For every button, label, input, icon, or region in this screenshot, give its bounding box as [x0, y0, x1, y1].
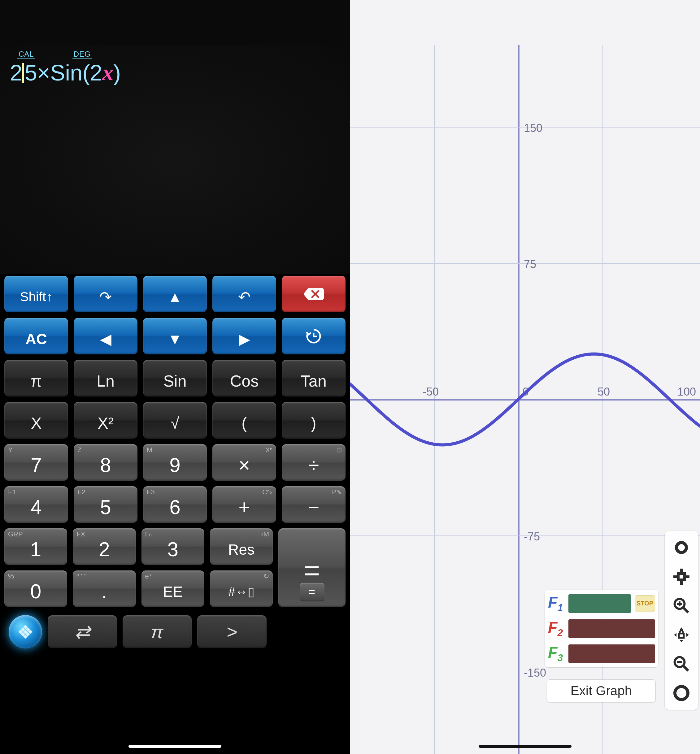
expr-digit: 2: [10, 60, 22, 86]
expr-digit: 5: [25, 60, 37, 86]
cursor-left-button[interactable]: ◀: [74, 318, 138, 354]
pi-button[interactable]: π: [4, 360, 68, 397]
equals-button[interactable]: = =: [278, 528, 345, 607]
svg-rect-12: [679, 634, 684, 638]
zoom-out-button[interactable]: [670, 653, 692, 675]
expression-text: 2 5 × Sin ( 2 x ): [10, 60, 340, 86]
grid-icon: [19, 625, 32, 638]
x-var-button[interactable]: X: [4, 402, 68, 439]
function-panel: F1 STOP F2 F3: [545, 590, 658, 667]
trace-button[interactable]: [670, 536, 692, 559]
delete-button[interactable]: [282, 276, 345, 312]
x-squared-button[interactable]: X²: [74, 402, 138, 439]
graph-canvas[interactable]: 150 75 -75 -150 -50 0 50 100: [350, 45, 700, 754]
graph-pane: 150 75 -75 -150 -50 0 50 100: [350, 0, 700, 754]
back-button[interactable]: [670, 682, 692, 704]
ln-button[interactable]: Ln: [74, 360, 138, 397]
menu-orb-button[interactable]: [9, 615, 42, 648]
function-label-f1: F1: [548, 593, 565, 614]
rparen-button[interactable]: ): [282, 402, 345, 439]
plus-button[interactable]: Cⁿₖ+: [212, 486, 276, 523]
four-button[interactable]: F14: [4, 486, 68, 523]
function-row-f2[interactable]: F2: [548, 618, 655, 638]
function-row-f3[interactable]: F3: [548, 643, 655, 663]
six-button[interactable]: F36: [143, 486, 207, 523]
all-clear-button[interactable]: AC: [4, 318, 68, 354]
expr-variable-x: x: [102, 60, 113, 86]
function-row-f1[interactable]: F1 STOP: [548, 593, 655, 614]
text-cursor: [22, 63, 24, 83]
history-icon: [305, 328, 322, 345]
format-button[interactable]: ↻#↔▯: [210, 570, 273, 607]
sqrt-button[interactable]: √: [143, 402, 207, 439]
exit-graph-button[interactable]: Exit Graph: [547, 679, 656, 702]
expr-func-sin: Sin: [50, 60, 82, 86]
decimal-button[interactable]: º ' ".: [73, 570, 136, 607]
function-label-f3: F3: [548, 643, 565, 663]
calculator-pane: CAL DEG 2 5 × Sin ( 2 x ) Shift↑ ↷ ▲ ↶: [0, 0, 350, 754]
function-swatch-f1[interactable]: [569, 594, 631, 613]
swap-button[interactable]: ⇄: [48, 615, 117, 648]
zoom-in-button[interactable]: [670, 595, 692, 617]
result-button[interactable]: ›MRes: [210, 528, 273, 565]
cursor-up-button[interactable]: ▲: [143, 276, 207, 312]
stop-badge[interactable]: STOP: [635, 595, 655, 612]
circle-icon: [673, 540, 689, 556]
equals-alt-button[interactable]: =: [300, 583, 325, 601]
three-button[interactable]: Γ₀3: [142, 528, 204, 565]
two-button[interactable]: FX2: [73, 528, 136, 565]
expr-rparen: ): [113, 60, 121, 86]
cursor-right-button[interactable]: ▶: [212, 318, 276, 354]
backspace-icon: [303, 287, 325, 301]
cursor-down-button[interactable]: ▼: [143, 318, 207, 354]
multiply-button[interactable]: Xⁿ×: [212, 444, 276, 481]
redo-button[interactable]: ↷: [74, 276, 138, 312]
cos-button[interactable]: Cos: [212, 360, 276, 397]
mode-deg: DEG: [72, 50, 92, 59]
svg-rect-10: [678, 574, 684, 580]
minus-button[interactable]: Pⁿₖ−: [282, 486, 345, 523]
home-indicator: [128, 745, 221, 748]
bottom-bar: ⇄ π >: [4, 612, 345, 652]
seven-button[interactable]: Y7: [4, 444, 68, 481]
undo-button[interactable]: ↶: [212, 276, 276, 312]
home-indicator: [479, 745, 572, 748]
one-button[interactable]: GRP1: [4, 528, 67, 565]
keypad: Shift↑ ↷ ▲ ↶ AC ◀ ▼ ▶: [0, 274, 350, 754]
lock-pan-button[interactable]: [670, 624, 692, 646]
expr-digit: 2: [90, 60, 102, 86]
back-arrow-icon: [673, 685, 690, 701]
expr-op-multiply: ×: [37, 60, 50, 86]
tan-button[interactable]: Tan: [282, 360, 345, 397]
function-label-f2: F2: [548, 618, 565, 638]
lock-pan-icon: [672, 626, 691, 644]
pi-bottom-button[interactable]: π: [123, 615, 192, 648]
zero-button[interactable]: %0: [4, 570, 67, 607]
mode-cal: CAL: [17, 50, 35, 59]
function-swatch-f3[interactable]: [569, 645, 655, 663]
expression-display[interactable]: CAL DEG 2 5 × Sin ( 2 x ): [0, 45, 350, 274]
zoom-out-icon: [673, 655, 690, 673]
history-button[interactable]: [282, 318, 345, 354]
recenter-button[interactable]: [670, 565, 692, 588]
five-button[interactable]: F25: [74, 486, 138, 523]
eight-button[interactable]: Z8: [74, 444, 138, 481]
lparen-button[interactable]: (: [212, 402, 276, 439]
crosshair-icon: [672, 568, 691, 585]
more-button[interactable]: >: [197, 615, 267, 648]
svg-point-9: [677, 543, 686, 553]
shift-button[interactable]: Shift↑: [4, 276, 68, 312]
divide-button[interactable]: ⊡÷: [282, 444, 345, 481]
expr-lparen: (: [82, 60, 90, 86]
zoom-in-icon: [673, 597, 690, 614]
nine-button[interactable]: M9: [143, 444, 207, 481]
ee-button[interactable]: eˣEE: [142, 570, 204, 607]
sin-button[interactable]: Sin: [143, 360, 207, 397]
tool-rail: [665, 531, 698, 710]
function-swatch-f2[interactable]: [569, 619, 655, 638]
statusbar-gap: [0, 0, 350, 45]
